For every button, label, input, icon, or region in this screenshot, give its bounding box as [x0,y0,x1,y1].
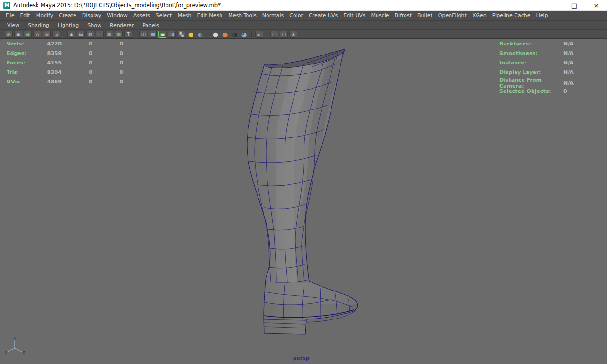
safe-action-icon[interactable]: ◍ [86,31,94,38]
panel-menu-bar: View Shading Lighting Show Renderer Pane… [0,20,607,29]
menu-pipeline-cache[interactable]: Pipeline Cache [489,11,533,20]
ambient-occlusion-icon[interactable]: ● [212,31,220,38]
hud-label: Backfaces: [499,41,563,47]
hud-value: 8304 [38,69,62,75]
hud-value: 0 [62,79,92,85]
hud-label: Verts: [7,41,38,47]
menu-edit-mesh[interactable]: Edit Mesh [194,11,225,20]
hud-label: Tris: [7,69,38,75]
panel-menu-show[interactable]: Show [83,21,106,30]
share-view-icon[interactable]: ∗ [289,31,297,38]
menu-color[interactable]: Color [286,11,306,20]
smooth-shade-icon[interactable]: ■ [149,31,157,38]
film-gate-icon[interactable]: ▤ [77,31,85,38]
camera-lock-icon[interactable]: ◉ [14,31,22,38]
window-controls: – □ × [542,0,607,10]
menu-modify[interactable]: Modify [33,11,56,20]
hud-row-smoothness: Smoothness: N/A [499,48,597,58]
shadows-icon[interactable]: ◐ [196,31,204,38]
hud-label: Faces: [7,60,38,66]
toolbar-separator [136,31,136,37]
toolbar-separator [208,31,208,37]
safe-title-icon[interactable]: ◌ [96,31,104,38]
menu-edit-uvs[interactable]: Edit UVs [340,11,368,20]
hud-value: 0 [62,41,92,47]
hud-value: 4869 [38,79,62,85]
hud-row-display-layer: Display Layer: N/A [499,67,597,77]
menu-help[interactable]: Help [533,11,551,20]
menu-window[interactable]: Window [104,11,130,20]
toolbar-separator [64,31,64,37]
hud-value: N/A [563,80,597,86]
xray-icon[interactable]: ▢ [270,31,278,38]
restore-button[interactable]: □ [563,0,585,10]
toolbar-separator [267,31,267,37]
hud-value: N/A [563,69,597,75]
view-axis-gizmo: x y z [4,336,26,355]
isolate-select-icon[interactable]: ► [255,31,263,38]
depth-of-field-icon[interactable]: ◕ [240,31,248,38]
hud-value: 0 [563,88,597,94]
window-title: Autodesk Maya 2015: D:\PROJECTS\Objects_… [13,2,221,9]
wireframe-icon[interactable]: ◫ [139,31,147,38]
menu-edit[interactable]: Edit [17,11,33,20]
perspective-viewport[interactable]: Verts: 4220 0 0 Edges: 8359 0 0 Faces: 4… [0,39,607,364]
polygon-display-icon[interactable]: ◇ [33,31,41,38]
gate-mask-icon[interactable]: ▨ [105,31,113,38]
menu-bifrost[interactable]: Bifrost [392,11,415,20]
hud-value: 0 [62,50,92,56]
grid-display-icon[interactable]: ▦ [24,31,32,38]
hud-toggle-icon[interactable]: T [124,31,132,38]
wireframe-on-shaded-icon[interactable]: ▣ [158,31,166,38]
panel-menu-view[interactable]: View [3,21,24,30]
close-button[interactable]: × [585,0,607,10]
axis-x-label: x [5,350,8,355]
panel-menu-lighting[interactable]: Lighting [54,21,83,30]
menu-create-uvs[interactable]: Create UVs [306,11,340,20]
hud-label: UVs: [7,79,38,85]
hud-row-tris: Tris: 8304 0 0 [7,67,123,77]
window-title-bar[interactable]: M Autodesk Maya 2015: D:\PROJECTS\Object… [0,0,607,11]
grease-pencil-icon[interactable]: ▩ [115,31,123,38]
menu-assets[interactable]: Assets [130,11,153,20]
resolution-gate-icon[interactable]: ▣ [43,31,51,38]
menu-muscle[interactable]: Muscle [368,11,392,20]
toolbar-separator [251,31,252,37]
hud-value: 4155 [38,60,62,66]
use-all-lights-icon[interactable]: ● [187,31,195,38]
textured-icon[interactable]: ◨ [168,31,176,38]
hud-value: 8359 [38,50,62,56]
hud-label: Distance From Camera: [499,77,563,89]
field-chart-icon[interactable]: ◈ [67,31,75,38]
menu-display[interactable]: Display [79,11,104,20]
hud-value: 0 [92,60,123,66]
checker-shade-icon[interactable]: ▚ [177,31,185,38]
menu-bullet[interactable]: Bullet [414,11,435,20]
contrast-icon[interactable]: ◑ [230,31,239,38]
xray-joints-icon[interactable]: ▢ [280,31,288,38]
panel-menu-renderer[interactable]: Renderer [106,21,138,30]
hud-value: N/A [563,41,597,47]
menu-file[interactable]: File [3,11,17,20]
motion-blur-icon[interactable]: ● [221,31,229,38]
minimize-button[interactable]: – [542,0,563,10]
panel-menu-panels[interactable]: Panels [138,21,163,30]
camera-name-label: persp [0,355,602,361]
menu-create[interactable]: Create [56,11,79,20]
menu-mesh[interactable]: Mesh [175,11,194,20]
menu-xgen[interactable]: XGen [469,11,489,20]
maya-app-icon: M [3,2,10,9]
menu-openflight[interactable]: OpenFlight [435,11,469,20]
hud-row-distance-from-camera: Distance From Camera: N/A [499,77,597,86]
hud-label: Display Layer: [499,69,563,75]
menu-mesh-tools[interactable]: Mesh Tools [225,11,259,20]
panel-toolbar: ◎ ◉ ▦ ◇ ▣ ◢ ◈ ▤ ◍ ◌ ▨ ▩ T ◫ ■ ▣ ◨ ▚ ● ◐ … [0,29,607,39]
paint-effects-icon[interactable]: ◢ [52,31,60,38]
panel-menu-shading[interactable]: Shading [24,21,54,30]
hud-label: Smoothness: [499,50,563,56]
hud-row-selected-objects: Selected Objects: 0 [499,86,597,96]
hud-value: 0 [92,41,123,47]
menu-normals[interactable]: Normals [259,11,287,20]
menu-select[interactable]: Select [153,11,175,20]
camera-select-icon[interactable]: ◎ [5,31,13,38]
